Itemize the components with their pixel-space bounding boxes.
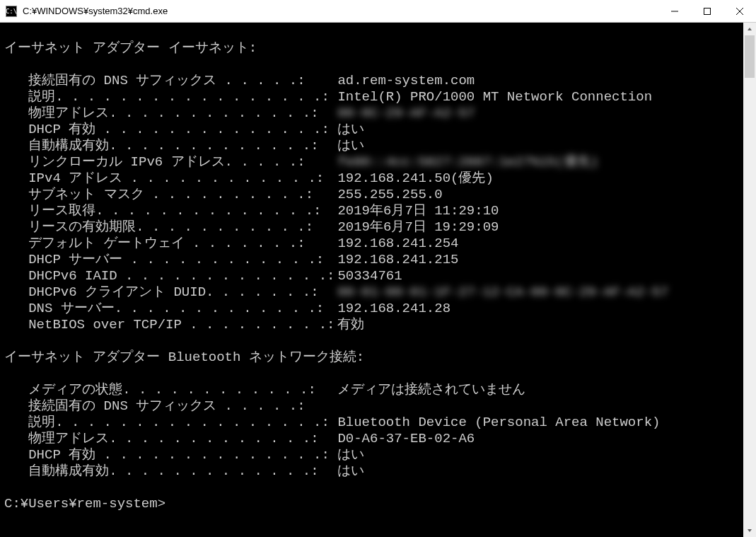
output-value: メディアは接続されていません xyxy=(330,382,525,398)
output-value: fe80::4cc:5827:2887:1e27%15(優先) xyxy=(330,154,598,170)
svg-rect-1 xyxy=(704,8,711,14)
adapter-header: イーサネット アダプター Bluetooth ネットワーク接続: xyxy=(4,350,364,365)
output-label: デフォルト ゲートウェイ . . . . . . .: xyxy=(4,236,330,252)
output-value: Intel(R) PRO/1000 MT Network Connection xyxy=(330,89,652,105)
terminal-line xyxy=(4,480,743,496)
svg-marker-4 xyxy=(748,28,752,30)
scrollbar-track[interactable] xyxy=(743,35,756,524)
output-label: 物理アドレス. . . . . . . . . . . . .: xyxy=(4,431,330,447)
minimize-button[interactable] xyxy=(658,0,691,23)
terminal-line: リースの有効期限. . . . . . . . . . .: 2019年6月7日… xyxy=(4,219,743,236)
window-title: C:¥WINDOWS¥system32¥cmd.exe xyxy=(23,6,658,16)
scroll-down-button[interactable] xyxy=(743,524,756,537)
terminal-line: 説明. . . . . . . . . . . . . . . . .: Blu… xyxy=(4,415,743,431)
output-label: リンクローカル IPv6 アドレス. . . . .: xyxy=(4,154,330,171)
terminal-line: 自動構成有効. . . . . . . . . . . . .: はい xyxy=(4,138,743,154)
svg-marker-5 xyxy=(748,529,752,532)
output-label: 接続固有の DNS サフィックス . . . . .: xyxy=(4,398,330,415)
output-label: リース取得. . . . . . . . . . . . . .: xyxy=(4,203,330,219)
output-value: はい xyxy=(330,463,364,479)
output-label: DNS サーバー. . . . . . . . . . . . .: xyxy=(4,301,330,317)
terminal-line: C:¥Users¥rem-system> xyxy=(4,496,743,512)
terminal-line: DHCP 有効 . . . . . . . . . . . . . .: はい xyxy=(4,122,743,138)
window-titlebar: C:\ C:¥WINDOWS¥system32¥cmd.exe xyxy=(0,0,756,23)
terminal-line: NetBIOS over TCP/IP . . . . . . . . .: 有… xyxy=(4,317,743,333)
scroll-up-button[interactable] xyxy=(743,23,756,35)
output-label: DHCP サーバー . . . . . . . . . . . .: xyxy=(4,252,330,268)
terminal-line: DNS サーバー. . . . . . . . . . . . .: 192.1… xyxy=(4,301,743,317)
output-value: はい xyxy=(330,138,364,154)
terminal-line: 接続固有の DNS サフィックス . . . . .: xyxy=(4,398,743,415)
output-value: 192.168.241.215 xyxy=(330,252,458,267)
scrollbar-thumb[interactable] xyxy=(745,35,755,78)
output-label: サブネット マスク . . . . . . . . . .: xyxy=(4,187,330,203)
terminal-line: リース取得. . . . . . . . . . . . . .: 2019年6… xyxy=(4,203,743,219)
terminal-line xyxy=(4,24,743,40)
adapter-header: イーサネット アダプター イーサネット: xyxy=(4,40,257,56)
output-value: D0-A6-37-EB-02-A6 xyxy=(330,431,475,446)
terminal-line: IPv4 アドレス . . . . . . . . . . . .: 192.1… xyxy=(4,171,743,187)
terminal-line xyxy=(4,57,743,73)
terminal-line: 説明. . . . . . . . . . . . . . . . .: Int… xyxy=(4,89,743,105)
output-value: 255.255.255.0 xyxy=(330,187,443,202)
output-label: IPv4 アドレス . . . . . . . . . . . .: xyxy=(4,171,330,187)
terminal-line: リンクローカル IPv6 アドレス. . . . .: fe80::4cc:58… xyxy=(4,154,743,171)
close-button[interactable] xyxy=(723,0,756,23)
output-label: DHCP 有効 . . . . . . . . . . . . . .: xyxy=(4,447,330,463)
output-value: 192.168.241.254 xyxy=(330,236,458,251)
command-prompt: C:¥Users¥rem-system> xyxy=(4,496,165,512)
terminal-line: DHCPv6 IAID . . . . . . . . . . . . .: 5… xyxy=(4,268,743,284)
terminal-line: イーサネット アダプター イーサネット: xyxy=(4,40,743,57)
output-label: 物理アドレス. . . . . . . . . . . . .: xyxy=(4,105,330,122)
minimize-icon xyxy=(671,8,678,15)
output-value: 00-01-00-01-1F-27-12-CA-00-0C-29-AF-A2-5… xyxy=(330,284,668,300)
terminal-line xyxy=(4,366,743,382)
terminal-line: 物理アドレス. . . . . . . . . . . . .: 00-0C-2… xyxy=(4,105,743,122)
terminal-line: メディアの状態. . . . . . . . . . . .: メディアは接続さ… xyxy=(4,382,743,398)
maximize-button[interactable] xyxy=(691,0,723,23)
terminal-container: イーサネット アダプター イーサネット: 接続固有の DNS サフィックス . … xyxy=(0,23,756,537)
output-label: 自動構成有効. . . . . . . . . . . . .: xyxy=(4,463,330,480)
output-value: 192.168.241.50(優先) xyxy=(330,171,494,186)
terminal-line xyxy=(4,333,743,350)
output-value: Bluetooth Device (Personal Area Network) xyxy=(330,415,660,430)
output-label: 接続固有の DNS サフィックス . . . . .: xyxy=(4,73,330,89)
terminal-line: DHCP 有効 . . . . . . . . . . . . . .: はい xyxy=(4,447,743,463)
output-value: 00-0C-29-AF-A2-57 xyxy=(330,105,475,121)
vertical-scrollbar[interactable] xyxy=(743,23,756,537)
terminal-line: DHCP サーバー . . . . . . . . . . . .: 192.1… xyxy=(4,252,743,268)
output-label: 説明. . . . . . . . . . . . . . . . .: xyxy=(4,415,330,431)
output-label: メディアの状態. . . . . . . . . . . .: xyxy=(4,382,330,398)
terminal-line: 物理アドレス. . . . . . . . . . . . .: D0-A6-3… xyxy=(4,431,743,447)
terminal-line: デフォルト ゲートウェイ . . . . . . .: 192.168.241.… xyxy=(4,236,743,252)
output-label: リースの有効期限. . . . . . . . . . .: xyxy=(4,219,330,236)
terminal-line: イーサネット アダプター Bluetooth ネットワーク接続: xyxy=(4,350,743,366)
maximize-icon xyxy=(704,8,711,15)
terminal-line: DHCPv6 クライアント DUID. . . . . . .: 00-01-0… xyxy=(4,284,743,301)
output-value: はい xyxy=(330,122,364,137)
output-value: 50334761 xyxy=(330,268,402,284)
terminal-line: 自動構成有効. . . . . . . . . . . . .: はい xyxy=(4,463,743,480)
terminal-line: 接続固有の DNS サフィックス . . . . .: ad.rem-syste… xyxy=(4,73,743,89)
output-value: 2019年6月7日 11:29:10 xyxy=(330,203,499,219)
window-controls xyxy=(658,0,756,23)
output-label: 説明. . . . . . . . . . . . . . . . .: xyxy=(4,89,330,105)
output-value: はい xyxy=(330,447,364,463)
output-label: DHCPv6 クライアント DUID. . . . . . .: xyxy=(4,284,330,301)
terminal-line: サブネット マスク . . . . . . . . . .: 255.255.2… xyxy=(4,187,743,203)
output-label: NetBIOS over TCP/IP . . . . . . . . .: xyxy=(4,317,330,333)
output-value: ad.rem-system.com xyxy=(330,73,475,88)
output-value: 2019年6月7日 19:29:09 xyxy=(330,219,499,235)
close-icon xyxy=(736,8,743,15)
output-label: DHCPv6 IAID . . . . . . . . . . . . .: xyxy=(4,268,330,284)
chevron-up-icon xyxy=(747,26,752,32)
output-value: 192.168.241.28 xyxy=(330,301,450,316)
output-value xyxy=(330,398,337,414)
output-label: DHCP 有効 . . . . . . . . . . . . . .: xyxy=(4,122,330,138)
output-value: 有効 xyxy=(330,317,364,333)
output-label: 自動構成有効. . . . . . . . . . . . .: xyxy=(4,138,330,154)
terminal-output[interactable]: イーサネット アダプター イーサネット: 接続固有の DNS サフィックス . … xyxy=(0,23,743,537)
chevron-down-icon xyxy=(747,528,752,533)
cmd-icon: C:\ xyxy=(6,6,17,17)
